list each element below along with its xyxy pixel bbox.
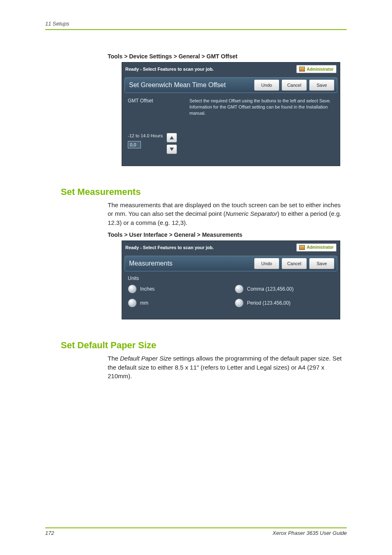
measurements-panel: Ready - Select Features to scan your job… xyxy=(122,240,340,319)
svg-marker-1 xyxy=(170,148,174,151)
breadcrumb-gmt: Tools > Device Settings > General > GMT … xyxy=(108,53,347,60)
radio-icon xyxy=(128,298,137,308)
admin-label: Administrator xyxy=(307,245,334,250)
status-text: Ready - Select Features to scan your job… xyxy=(125,245,214,250)
gmt-offset-label: GMT Offset xyxy=(128,98,189,116)
panel-title-bar: Measurements Undo Cancel Save xyxy=(125,256,337,271)
separator-option-period[interactable]: Period (123.456,00) xyxy=(235,298,293,308)
panel-title: Set Greenwich Mean Time Offset xyxy=(129,81,252,89)
panel-status-bar: Ready - Select Features to scan your job… xyxy=(122,241,340,256)
unit-option-mm[interactable]: mm xyxy=(128,298,235,308)
heading-set-default-paper-size: Set Default Paper Size xyxy=(61,340,347,351)
admin-label: Administrator xyxy=(307,67,334,72)
panel-title: Measurements xyxy=(129,260,252,267)
cancel-button[interactable]: Cancel xyxy=(281,79,307,91)
separator-option-comma[interactable]: Comma (123,456.00) xyxy=(235,284,293,294)
gmt-increment-button[interactable] xyxy=(166,133,177,143)
measurements-body-text: The measurements that are displayed on t… xyxy=(108,201,347,227)
radio-icon xyxy=(128,284,137,294)
gmt-offset-panel: Ready - Select Features to scan your job… xyxy=(122,62,340,166)
unit-option-inches[interactable]: Inches xyxy=(128,284,235,294)
undo-button[interactable]: Undo xyxy=(254,258,279,269)
gmt-decrement-button[interactable] xyxy=(166,144,177,154)
guide-title: Xerox Phaser 3635 User Guide xyxy=(272,530,347,536)
breadcrumb-measurements: Tools > User Interface > General > Measu… xyxy=(108,231,347,238)
panel-status-bar: Ready - Select Features to scan your job… xyxy=(122,62,340,77)
radio-icon xyxy=(235,298,244,308)
page-number: 172 xyxy=(45,530,54,536)
units-label: Units xyxy=(128,275,334,281)
chevron-down-icon xyxy=(170,148,174,151)
radio-label: Comma (123,456.00) xyxy=(247,286,293,292)
running-head: 11 Setups xyxy=(45,21,347,30)
undo-button[interactable]: Undo xyxy=(254,79,279,91)
heading-set-measurements: Set Measurements xyxy=(61,187,347,197)
administrator-badge: Administrator xyxy=(296,243,337,252)
radio-label: Period (123.456,00) xyxy=(247,300,291,306)
administrator-badge: Administrator xyxy=(296,65,337,73)
svg-marker-0 xyxy=(170,136,174,139)
save-button[interactable]: Save xyxy=(309,79,334,91)
status-text: Ready - Select Features to scan your job… xyxy=(125,67,214,72)
chevron-up-icon xyxy=(170,136,174,139)
admin-icon xyxy=(299,245,305,250)
gmt-value-field[interactable]: 0,0 xyxy=(128,141,141,148)
admin-icon xyxy=(299,67,305,72)
cancel-button[interactable]: Cancel xyxy=(281,258,307,269)
radio-label: mm xyxy=(140,300,148,306)
panel-title-bar: Set Greenwich Mean Time Offset Undo Canc… xyxy=(125,77,337,93)
gmt-range-block: -12 to 14.0 Hours 0,0 xyxy=(128,133,165,154)
gmt-help-text: Select the required Offset using the but… xyxy=(189,98,334,116)
radio-icon xyxy=(235,284,244,294)
page-footer: 172 Xerox Phaser 3635 User Guide xyxy=(45,527,347,536)
radio-label: Inches xyxy=(140,286,154,292)
save-button[interactable]: Save xyxy=(309,258,334,269)
gmt-range-text: -12 to 14.0 Hours xyxy=(128,133,165,139)
paper-size-body-text: The Default Paper Size settings allows t… xyxy=(108,354,347,381)
